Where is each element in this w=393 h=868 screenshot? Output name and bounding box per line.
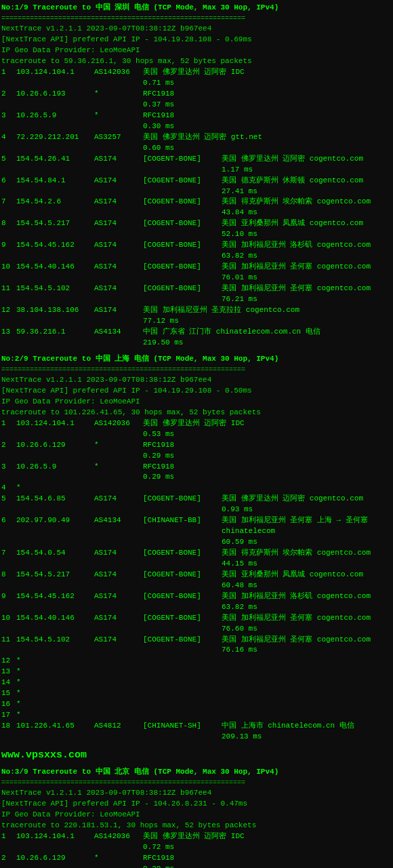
hop-num: 1 bbox=[1, 418, 16, 440]
hop-time: 209.13 ms bbox=[222, 732, 392, 743]
hop-num: 13 bbox=[1, 667, 16, 677]
hop-ip: 154.54.40.146 bbox=[16, 613, 94, 635]
hop-time: 76.01 ms bbox=[222, 273, 392, 283]
hop-num: 11 bbox=[1, 635, 16, 656]
hop-row: 10154.54.40.146AS174[COGENT-BONE]美国 加利福尼… bbox=[1, 613, 392, 635]
hop-row: 14* bbox=[1, 677, 392, 688]
hop-geo-time: 美国 佛罗里达州 迈阿密 IDC0.53 ms bbox=[143, 418, 392, 440]
hop-num: 1 bbox=[1, 831, 16, 853]
hop-geo: 美国 佛罗里达州 迈阿密 IDC bbox=[143, 67, 392, 78]
hop-geo: 美国 亚利桑那州 凤凰城 cogentco.com bbox=[222, 570, 392, 580]
hop-geo: 中国 广东省 江门市 chinatelecom.com.cn 电信 bbox=[143, 327, 392, 338]
hop-time: 219.50 ms bbox=[143, 338, 392, 349]
hop-row: 4* bbox=[1, 483, 392, 494]
hop-row: 8154.54.5.217AS174[COGENT-BONE]美国 亚利桑那州 … bbox=[1, 218, 392, 240]
meta-line: traceroute to 220.181.53.1, 30 hops max,… bbox=[1, 821, 392, 831]
hop-as: AS4134 bbox=[94, 327, 143, 349]
section-trace3: No:3/9 Traceroute to 中国 北京 电信 (TCP Mode,… bbox=[1, 767, 392, 868]
hop-geo-time: 中国 上海市 chinatelecom.cn 电信209.13 ms bbox=[222, 721, 392, 743]
hop-time: 27.41 ms bbox=[222, 186, 392, 197]
hop-geo-time: RFC19180.29 ms bbox=[143, 440, 392, 462]
hop-ip: 103.124.104.1 bbox=[16, 67, 94, 89]
hop-num: 3 bbox=[1, 111, 16, 132]
hop-geo: RFC1918 bbox=[143, 89, 392, 100]
hop-num: 8 bbox=[1, 218, 16, 240]
hop-num: 2 bbox=[1, 440, 16, 462]
hop-ip: 154.54.5.217 bbox=[16, 218, 94, 240]
hop-as: AS174 bbox=[94, 262, 143, 283]
hop-geo-time: 美国 加利福尼亚州 圣何塞 cogentco.com76.16 ms bbox=[222, 635, 392, 656]
hop-row: 10154.54.40.146AS174[COGENT-BONE]美国 加利福尼… bbox=[1, 262, 392, 283]
hop-ip: 10.26.5.9 bbox=[16, 111, 94, 132]
meta-line: IP Geo Data Provider: LeoMoeAPI bbox=[1, 810, 392, 821]
section-header: No:3/9 Traceroute to 中国 北京 电信 (TCP Mode,… bbox=[1, 767, 392, 778]
hop-geo-time: 美国 得克萨斯州 埃尔帕索 cogentco.com43.84 ms bbox=[222, 197, 392, 218]
hop-ip: 103.124.104.1 bbox=[16, 831, 94, 853]
hop-time: 0.53 ms bbox=[143, 429, 392, 440]
hop-geo-time: 美国 加利福尼亚州 圣何塞 cogentco.com76.60 ms bbox=[222, 613, 392, 635]
hop-row: 7154.54.0.54AS174[COGENT-BONE]美国 得克萨斯州 埃… bbox=[1, 548, 392, 570]
hop-ip: 154.54.5.102 bbox=[16, 635, 94, 656]
hop-geo: RFC1918 bbox=[143, 111, 392, 121]
hop-geo-time: 美国 佛罗里达州 迈阿密 cogentco.com0.93 ms bbox=[222, 494, 392, 515]
hop-row: 210.26.6.193*RFC19180.37 ms bbox=[1, 89, 392, 111]
hop-row: 6202.97.90.49AS4134[CHINANET-BB]美国 加利福尼亚… bbox=[1, 515, 392, 548]
hop-tag: [COGENT-BONE] bbox=[143, 635, 222, 656]
hop-time: 0.29 ms bbox=[143, 472, 392, 483]
hop-num: 7 bbox=[1, 548, 16, 570]
hop-geo-time: 美国 佛罗里达州 迈阿密 IDC0.71 ms bbox=[143, 67, 392, 89]
hop-num: 15 bbox=[1, 688, 16, 699]
section-header: No:1/9 Traceroute to 中国 深圳 电信 (TCP Mode,… bbox=[1, 3, 392, 14]
hop-row: 1103.124.104.1AS142036美国 佛罗里达州 迈阿密 IDC0.… bbox=[1, 67, 392, 89]
hop-num: 10 bbox=[1, 262, 16, 283]
hop-as: AS4134 bbox=[94, 515, 143, 548]
meta-line: [NextTrace API] prefered API IP - 104.19… bbox=[1, 386, 392, 397]
hop-num: 5 bbox=[1, 154, 16, 176]
hop-row: 1103.124.104.1AS142036美国 佛罗里达州 迈阿密 IDC0.… bbox=[1, 418, 392, 440]
meta-line: IP Geo Data Provider: LeoMoeAPI bbox=[1, 45, 392, 56]
hop-geo: RFC1918 bbox=[143, 462, 392, 473]
hop-geo-time: 美国 加利福尼亚州 圣克拉拉 cogentco.com77.12 ms bbox=[143, 305, 392, 327]
hop-geo-time: 美国 加利福尼亚州 洛杉矶 cogentco.com63.82 ms bbox=[222, 591, 392, 613]
hop-row: 12* bbox=[1, 656, 392, 667]
hop-tag: [COGENT-BONE] bbox=[143, 494, 222, 515]
hop-row: 1238.104.138.106AS174美国 加利福尼亚州 圣克拉拉 coge… bbox=[1, 305, 392, 327]
hop-star: * bbox=[16, 667, 21, 677]
hop-time: 60.59 ms bbox=[222, 537, 392, 548]
hop-ip: 38.104.138.106 bbox=[16, 305, 94, 327]
hop-geo-time: 美国 佛罗里达州 迈阿密 cogentco.com1.17 ms bbox=[222, 154, 392, 176]
hop-time: 60.48 ms bbox=[222, 580, 392, 591]
hop-time: 44.15 ms bbox=[222, 559, 392, 570]
hop-tag: [COGENT-BONE] bbox=[143, 283, 222, 305]
hop-geo: 美国 佛罗里达州 迈阿密 cogentco.com bbox=[222, 154, 392, 165]
hop-as: AS174 bbox=[94, 240, 143, 262]
meta-line: IP Geo Data Provider: LeoMoeAPI bbox=[1, 397, 392, 408]
hop-geo-time: 美国 加利福尼亚州 圣何塞 cogentco.com76.21 ms bbox=[222, 283, 392, 305]
hop-geo: 美国 加利福尼亚州 圣何塞 cogentco.com bbox=[222, 613, 392, 624]
hop-row: 15* bbox=[1, 688, 392, 699]
hop-ip: 154.54.0.54 bbox=[16, 548, 94, 570]
hop-ip: 10.26.6.129 bbox=[16, 440, 94, 462]
hop-as: AS142036 bbox=[94, 67, 143, 89]
app-container: No:1/9 Traceroute to 中国 深圳 电信 (TCP Mode,… bbox=[1, 3, 392, 868]
hop-tag: [COGENT-BONE] bbox=[143, 613, 222, 635]
hop-geo-time: 美国 加利福尼亚州 洛杉矶 cogentco.com63.82 ms bbox=[222, 240, 392, 262]
hop-geo-time: 美国 亚利桑那州 凤凰城 cogentco.com52.10 ms bbox=[222, 218, 392, 240]
hop-geo-time: RFC19180.29 ms bbox=[143, 462, 392, 484]
hop-as: * bbox=[94, 462, 143, 484]
meta-line: NextTrace v1.2.1.1 2023-09-07T08:38:12Z … bbox=[1, 375, 392, 386]
section-trace2: No:2/9 Traceroute to 中国 上海 电信 (TCP Mode,… bbox=[1, 354, 392, 743]
hop-time: 0.71 ms bbox=[143, 78, 392, 89]
hop-time: 0.37 ms bbox=[143, 100, 392, 111]
hop-time: 0.30 ms bbox=[143, 864, 392, 868]
hop-geo-time: RFC19180.30 ms bbox=[143, 111, 392, 132]
hop-ip: 101.226.41.65 bbox=[16, 721, 94, 743]
hop-tag: [COGENT-BONE] bbox=[143, 240, 222, 262]
hop-as: * bbox=[94, 89, 143, 111]
hop-as: * bbox=[94, 440, 143, 462]
hop-time: 0.30 ms bbox=[143, 121, 392, 132]
hop-time: 76.16 ms bbox=[222, 645, 392, 656]
hop-num: 17 bbox=[1, 710, 16, 721]
hop-geo-time: RFC19180.37 ms bbox=[143, 89, 392, 111]
hop-star: * bbox=[16, 677, 21, 688]
